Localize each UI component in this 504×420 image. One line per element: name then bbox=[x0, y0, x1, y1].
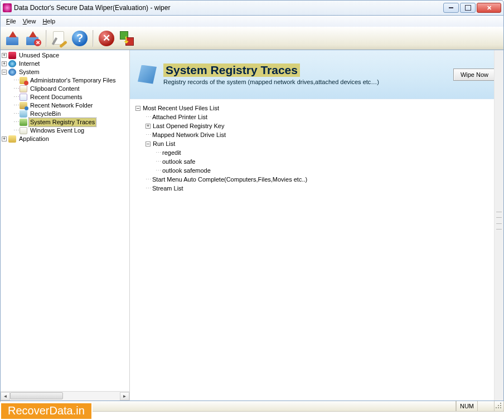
expander-icon[interactable]: + bbox=[2, 61, 7, 66]
scroll-track[interactable] bbox=[10, 392, 120, 401]
maximize-button[interactable] bbox=[460, 3, 476, 13]
svg-rect-4 bbox=[498, 407, 499, 408]
tree-connector bbox=[12, 101, 20, 110]
sidebar-hscrollbar[interactable]: ◄ ► bbox=[1, 391, 129, 401]
folder-icon bbox=[20, 77, 27, 84]
svg-rect-1 bbox=[498, 405, 499, 406]
log-icon bbox=[20, 127, 27, 134]
toolbar-open-button[interactable] bbox=[4, 30, 22, 47]
document-icon bbox=[20, 94, 27, 101]
toolbar-refresh-button[interactable]: ↘ bbox=[118, 30, 135, 47]
tree-connector bbox=[12, 126, 20, 135]
mru-root[interactable]: – Most Recent Used Files List bbox=[135, 104, 498, 113]
expander-icon[interactable]: – bbox=[2, 70, 7, 75]
folder-arrow-icon bbox=[5, 31, 21, 46]
scroll-grip-icon bbox=[496, 212, 502, 229]
menu-help[interactable]: Help bbox=[39, 17, 59, 26]
toolbar-settings-button[interactable] bbox=[51, 30, 69, 47]
svg-rect-5 bbox=[500, 407, 501, 408]
tree-node-unused-space[interactable]: + Unused Space bbox=[1, 51, 129, 60]
mru-run-outlook-safemode[interactable]: ⋯ outlook safemode bbox=[135, 166, 498, 175]
mru-run-regedit[interactable]: ⋯ regedit bbox=[135, 148, 498, 157]
mru-mapped-drive[interactable]: ⋯ Mapped Network Drive List bbox=[135, 130, 498, 139]
titlebar[interactable]: Data Doctor's Secure Data Wiper(Evaluati… bbox=[0, 0, 504, 16]
tree-connector: ⋯ bbox=[156, 166, 161, 175]
toolbar: ✕ ? ✕ ↘ bbox=[0, 27, 504, 50]
tree-connector bbox=[12, 85, 20, 93]
watermark: RecoverData.in bbox=[0, 402, 93, 420]
tools-icon bbox=[52, 31, 67, 46]
tree-node-recent-docs[interactable]: Recent Documents bbox=[1, 93, 129, 101]
banner: System Registry Traces Registry records … bbox=[130, 50, 503, 99]
refresh-icon: ↘ bbox=[119, 31, 134, 46]
expander-icon[interactable]: + bbox=[2, 53, 7, 58]
gear-icon bbox=[8, 69, 16, 76]
tree-node-admin-temp[interactable]: Administrator's Temporary Files bbox=[1, 76, 129, 85]
scroll-left-button[interactable]: ◄ bbox=[1, 392, 10, 401]
tree-connector: ⋯ bbox=[146, 184, 151, 193]
tree-connector bbox=[12, 118, 20, 126]
network-folder-icon bbox=[20, 102, 27, 109]
expander-icon[interactable]: – bbox=[146, 141, 151, 146]
clipboard-icon bbox=[20, 85, 27, 92]
status-cell-empty2 bbox=[478, 401, 495, 411]
tree-connector: ⋯ bbox=[146, 175, 151, 184]
tree-connector: ⋯ bbox=[146, 130, 151, 139]
svg-rect-3 bbox=[496, 407, 497, 408]
expander-icon[interactable]: + bbox=[2, 136, 7, 141]
tree-node-recyclebin[interactable]: RecycleBin bbox=[1, 110, 129, 118]
folder-delete-icon: ✕ bbox=[25, 31, 41, 46]
mru-start-menu[interactable]: ⋯ Start Menu Auto Complete(Computers,Fil… bbox=[135, 175, 498, 184]
status-num: NUM bbox=[456, 401, 478, 411]
mru-run-outlook-safe[interactable]: ⋯ outlook safe bbox=[135, 157, 498, 166]
mru-stream-list[interactable]: ⋯ Stream List bbox=[135, 184, 498, 193]
mru-last-opened-reg[interactable]: + Last Opened Registry Key bbox=[135, 121, 498, 130]
tree-node-system[interactable]: – System bbox=[1, 68, 129, 76]
content: + Unused Space + Internet – System Admin… bbox=[0, 50, 504, 401]
toolbar-separator bbox=[93, 30, 94, 47]
tree-node-internet[interactable]: + Internet bbox=[1, 60, 129, 68]
tree-node-registry-traces[interactable]: System Registry Traces bbox=[1, 118, 129, 126]
tree-connector: ⋯ bbox=[156, 157, 161, 166]
help-icon: ? bbox=[72, 31, 88, 46]
toolbar-help-button[interactable]: ? bbox=[71, 30, 89, 47]
tree-node-application[interactable]: + Application bbox=[1, 135, 129, 143]
menu-view[interactable]: View bbox=[20, 17, 40, 26]
tree-connector: ⋯ bbox=[156, 148, 161, 157]
scroll-thumb[interactable] bbox=[10, 392, 63, 399]
drive-icon bbox=[8, 52, 16, 59]
menu-file[interactable]: File bbox=[3, 17, 20, 26]
tree-node-recent-net[interactable]: Recent Network Folder bbox=[1, 101, 129, 110]
expander-icon[interactable]: – bbox=[135, 106, 140, 111]
tree-connector bbox=[12, 93, 20, 101]
toolbar-separator bbox=[46, 30, 47, 47]
tree-connector bbox=[12, 110, 20, 118]
close-button[interactable] bbox=[477, 3, 501, 13]
sidebar: + Unused Space + Internet – System Admin… bbox=[1, 50, 130, 401]
tree-connector: ⋯ bbox=[146, 113, 151, 121]
toolbar-stop-button[interactable]: ✕ bbox=[98, 30, 115, 47]
svg-rect-2 bbox=[500, 405, 501, 406]
toolbar-delete-button[interactable]: ✕ bbox=[24, 30, 42, 47]
status-cell-empty1 bbox=[439, 401, 456, 411]
mru-run-list[interactable]: – Run List bbox=[135, 139, 498, 148]
main-tree: – Most Recent Used Files List ⋯ Attached… bbox=[130, 99, 503, 197]
expander-icon[interactable]: + bbox=[146, 124, 151, 129]
registry-icon bbox=[20, 119, 27, 126]
resize-grip-icon[interactable] bbox=[495, 402, 503, 411]
tree-node-event-log[interactable]: Windows Event Log bbox=[1, 126, 129, 135]
tree-connector bbox=[12, 76, 20, 85]
sidebar-tree: + Unused Space + Internet – System Admin… bbox=[1, 50, 129, 144]
minimize-button[interactable] bbox=[443, 3, 459, 13]
main-panel: System Registry Traces Registry records … bbox=[130, 50, 503, 401]
window-title: Data Doctor's Secure Data Wiper(Evaluati… bbox=[14, 4, 442, 12]
menubar: File View Help bbox=[0, 16, 504, 27]
app-icon bbox=[3, 3, 12, 12]
svg-rect-0 bbox=[500, 403, 501, 404]
main-vscrollbar[interactable] bbox=[494, 50, 503, 401]
mru-attached-printer[interactable]: ⋯ Attached Printer List bbox=[135, 113, 498, 121]
cancel-icon: ✕ bbox=[99, 31, 114, 46]
tree-node-clipboard[interactable]: Clipboard Content bbox=[1, 85, 129, 93]
wipe-now-button[interactable]: Wipe Now bbox=[453, 69, 496, 81]
scroll-right-button[interactable]: ► bbox=[120, 392, 129, 401]
